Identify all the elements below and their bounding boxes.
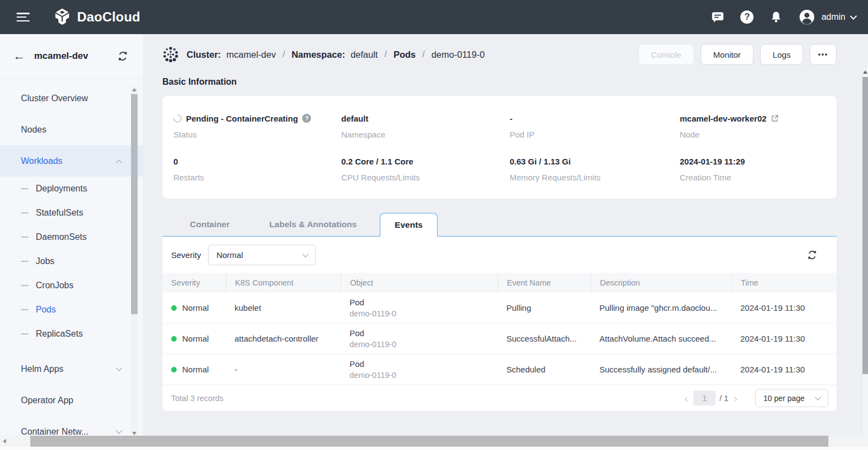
horizontal-scrollbar[interactable] (0, 436, 868, 447)
dash-icon (21, 237, 29, 238)
scroll-down-arrow[interactable] (132, 432, 137, 435)
scroll-up-arrow[interactable] (863, 70, 867, 74)
dash-icon (21, 261, 29, 262)
cluster-icon (162, 46, 179, 63)
page-header: Cluster: mcamel-dev / Namespace: default… (162, 41, 837, 68)
chevron-down-icon (815, 394, 821, 400)
col-description: Description (591, 273, 731, 293)
sidebar-item-operator-app[interactable]: Operator App (0, 385, 143, 416)
page-input[interactable]: 1 (694, 391, 716, 405)
daocloud-logo-icon (53, 8, 72, 26)
console-button[interactable]: Console (638, 44, 694, 65)
severity-select[interactable]: Normal (208, 245, 316, 265)
status-help-icon[interactable]: ? (302, 114, 311, 123)
back-arrow-icon[interactable]: ← (13, 50, 25, 62)
sidebar-nav: Cluster Overview Nodes Workloads Deploym… (0, 79, 143, 447)
severity-normal-icon (171, 305, 177, 311)
notifications-bell-icon[interactable] (769, 10, 783, 24)
external-link-icon[interactable] (771, 114, 779, 122)
pending-spinner-icon (172, 112, 183, 124)
refresh-icon[interactable] (806, 249, 818, 261)
switch-cluster-icon[interactable] (117, 50, 129, 62)
per-page-select[interactable]: 10 per page (755, 389, 828, 407)
dash-icon (21, 333, 29, 335)
avatar-icon (798, 8, 816, 26)
breadcrumb-pods-link[interactable]: Pods (394, 50, 416, 60)
col-severity: Severity (162, 273, 226, 293)
next-page-icon[interactable]: › (728, 393, 743, 404)
dash-icon (21, 285, 29, 287)
vertical-scrollbar-thumb[interactable] (862, 77, 868, 374)
severity-normal-icon (171, 336, 177, 342)
main-content: Cluster: mcamel-dev / Namespace: default… (143, 34, 868, 450)
sidebar-item-replicasets[interactable]: ReplicaSets (0, 322, 143, 346)
brand[interactable]: DaoCloud (53, 8, 140, 26)
user-menu[interactable]: admin (798, 8, 856, 26)
field-restarts: 0 Restarts (173, 156, 341, 199)
chevron-down-icon (303, 251, 309, 257)
page-count: / 1 (719, 394, 728, 403)
vertical-scrollbar[interactable] (862, 68, 868, 436)
dash-icon (21, 188, 29, 190)
breadcrumb-namespace-value[interactable]: default (351, 50, 378, 60)
scroll-up-arrow[interactable] (132, 88, 137, 91)
chevron-down-icon (116, 365, 122, 371)
messages-icon[interactable] (711, 10, 725, 24)
severity-label: Severity (171, 250, 201, 260)
scroll-left-arrow[interactable] (3, 439, 6, 443)
user-name: admin (821, 12, 845, 22)
sidebar-item-pods[interactable]: Pods (0, 298, 143, 322)
field-cpu: 0.2 Core / 1.1 Core CPU Requests/Limits (341, 156, 510, 199)
chevron-down-icon (116, 427, 122, 433)
field-node: mcamel-dev-worker02 Node (680, 113, 837, 156)
field-status: Pending - ContainerCreating ? Status (173, 113, 341, 156)
col-k8s-component: K8S Component (226, 273, 341, 293)
tab-container[interactable]: Container (170, 219, 249, 237)
severity-normal-icon (171, 367, 177, 372)
top-navbar: DaoCloud ? a (0, 0, 868, 34)
section-title: Basic Information (162, 77, 837, 87)
total-records: Total 3 records (171, 394, 223, 403)
table-footer: Total 3 records ‹ 1 / 1 › 10 per page (162, 385, 837, 411)
help-icon[interactable]: ? (740, 10, 754, 24)
menu-icon[interactable] (17, 13, 30, 21)
sidebar-item-jobs[interactable]: Jobs (0, 249, 143, 273)
sidebar-scrollbar-thumb[interactable] (131, 94, 138, 314)
sidebar: ← mcamel-dev Cluster Overview Nodes Work… (0, 34, 143, 450)
col-object: Object (341, 273, 498, 293)
node-link[interactable]: mcamel-dev-worker02 (680, 114, 767, 123)
sidebar-item-nodes[interactable]: Nodes (0, 114, 143, 145)
sidebar-item-workloads[interactable]: Workloads (0, 145, 143, 177)
table-row: Normal - Poddemo-0119-0 Scheduled Succes… (162, 354, 837, 385)
field-namespace: default Namespace (341, 113, 510, 156)
sidebar-item-deployments[interactable]: Deployments (0, 177, 143, 201)
events-panel: Severity Normal (162, 237, 837, 411)
logs-button[interactable]: Logs (760, 44, 804, 65)
field-pod-ip: - Pod IP (510, 113, 680, 156)
field-creation-time: 2024-01-19 11:29 Creation Time (680, 156, 837, 199)
prev-page-icon[interactable]: ‹ (679, 393, 694, 404)
col-event-name: Event Name (498, 273, 591, 293)
tab-events[interactable]: Events (380, 213, 438, 237)
more-actions-button[interactable]: ••• (810, 44, 837, 65)
basic-info-card: Pending - ContainerCreating ? Status def… (162, 96, 837, 199)
dash-icon (21, 309, 29, 311)
sidebar-item-statefulsets[interactable]: StatefulSets (0, 201, 143, 225)
sidebar-item-cronjobs[interactable]: CronJobs (0, 273, 143, 298)
horizontal-scrollbar-thumb[interactable] (30, 436, 828, 447)
sidebar-scrollbar[interactable] (131, 86, 138, 437)
breadcrumb-cluster-value[interactable]: mcamel-dev (226, 50, 276, 60)
sidebar-item-helm-apps[interactable]: Helm Apps (0, 353, 143, 385)
sidebar-item-daemonsets[interactable]: DaemonSets (0, 225, 143, 249)
sidebar-item-cluster-overview[interactable]: Cluster Overview (0, 83, 143, 114)
chevron-up-icon (116, 160, 122, 166)
events-table-header: Severity K8S Component Object Event Name… (162, 273, 837, 293)
events-filter-bar: Severity Normal (162, 237, 837, 273)
breadcrumb-namespace-label: Namespace: (292, 50, 345, 60)
chevron-down-icon (850, 13, 857, 20)
clipped-content-strip (0, 447, 868, 450)
tab-labels-annotations[interactable]: Labels & Annotations (249, 219, 376, 237)
detail-tabs: Container Labels & Annotations Events (162, 213, 837, 237)
breadcrumb: Cluster: mcamel-dev / Namespace: default… (187, 50, 485, 60)
monitor-button[interactable]: Monitor (701, 44, 754, 65)
